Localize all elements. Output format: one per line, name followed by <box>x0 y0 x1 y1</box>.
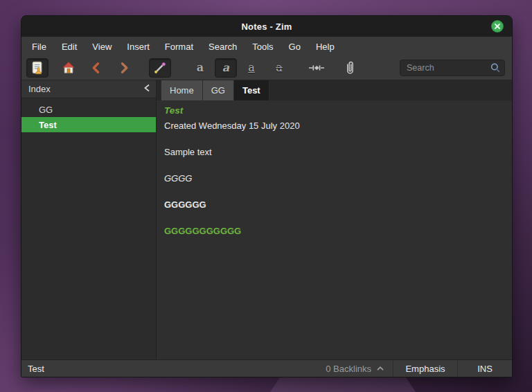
index-sidebar: Index GG Test <box>21 80 157 359</box>
collapse-pane-button[interactable] <box>143 84 150 94</box>
menubar: File Edit View Insert Format Search Tool… <box>21 37 512 56</box>
page-index-list: GG Test <box>21 98 156 132</box>
menu-file[interactable]: File <box>24 37 54 56</box>
attach-file-button[interactable] <box>339 58 361 78</box>
chevron-up-icon <box>376 366 384 371</box>
menu-insert[interactable]: Insert <box>119 37 157 56</box>
strong-line: GGGGGG <box>164 199 512 210</box>
close-button[interactable] <box>491 20 504 33</box>
content-pane: Home GG Test Test Created Wednesday 15 J… <box>157 80 512 359</box>
format-strong-button[interactable]: a <box>189 58 211 78</box>
menu-help[interactable]: Help <box>308 37 342 56</box>
paperclip-icon <box>343 60 357 75</box>
menu-edit[interactable]: Edit <box>54 37 85 56</box>
chevron-left-icon <box>143 84 150 92</box>
emphasis-line: GGGG <box>164 173 512 184</box>
tab-home[interactable]: Home <box>161 80 203 100</box>
format-strike-button[interactable]: a <box>268 58 290 78</box>
forward-button[interactable] <box>113 58 135 78</box>
window-title: Notes - Zim <box>242 21 292 32</box>
page-editor[interactable]: Test Created Wednesday 15 July 2020 Samp… <box>157 100 512 359</box>
tab-gg[interactable]: GG <box>203 80 234 100</box>
italic-icon: a <box>222 62 229 73</box>
sidebar-header: Index <box>21 80 156 98</box>
statusbar-page-name: Test <box>21 364 317 374</box>
menu-view[interactable]: View <box>85 37 119 56</box>
pen-icon <box>152 60 168 75</box>
search-icon[interactable] <box>489 62 502 76</box>
insert-mode-indicator: INS <box>458 364 512 374</box>
main-area: Index GG Test Home GG Test Test <box>21 80 512 359</box>
index-item-gg[interactable]: GG <box>21 102 156 117</box>
index-item-test[interactable]: Test <box>21 117 156 132</box>
sample-text-line: Sample text <box>164 147 512 157</box>
back-arrow-icon <box>89 61 103 75</box>
note-page-icon <box>30 60 45 75</box>
home-button[interactable] <box>57 58 80 78</box>
underline-icon: a <box>248 62 255 73</box>
tab-bar: Home GG Test <box>157 80 512 100</box>
format-emphasis-button[interactable]: a <box>215 58 237 78</box>
tab-test[interactable]: Test <box>234 80 269 100</box>
menu-format[interactable]: Format <box>157 37 201 56</box>
menu-tools[interactable]: Tools <box>245 37 281 56</box>
zim-window: Notes - Zim File Edit View Insert Format… <box>21 15 513 377</box>
back-button[interactable] <box>85 58 107 78</box>
created-line: Created Wednesday 15 July 2020 <box>164 121 512 131</box>
strikethrough-icon: a <box>276 62 283 73</box>
menu-go[interactable]: Go <box>281 37 308 56</box>
insert-link-button[interactable] <box>305 58 328 78</box>
sidebar-title: Index <box>28 84 143 94</box>
link-connector-icon <box>308 61 325 75</box>
backlinks-expander[interactable]: 0 Backlinks <box>317 364 393 374</box>
forward-arrow-icon <box>117 61 131 75</box>
home-icon <box>61 60 76 75</box>
toggle-notebook-button[interactable] <box>26 58 48 78</box>
page-title: Test <box>164 105 512 116</box>
format-mark-button[interactable]: a <box>240 58 263 78</box>
close-icon <box>494 23 501 30</box>
toolbar-search <box>400 60 505 76</box>
format-style-indicator[interactable]: Emphasis <box>393 364 457 374</box>
menu-search[interactable]: Search <box>201 37 245 56</box>
bold-icon: a <box>197 62 204 73</box>
toggle-editable-button[interactable] <box>149 58 171 78</box>
titlebar[interactable]: Notes - Zim <box>21 16 512 37</box>
toolbar: a a a a <box>21 56 512 80</box>
statusbar: Test 0 Backlinks Emphasis INS <box>21 359 512 377</box>
backlinks-count: 0 Backlinks <box>326 364 371 374</box>
heading-line: GGGGGGGGGGG <box>164 226 512 236</box>
